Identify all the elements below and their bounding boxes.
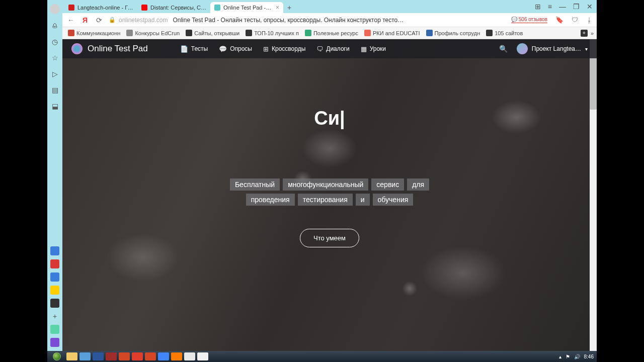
reload-button[interactable]: ⟳ <box>95 16 104 25</box>
nav-label: Диалоги <box>326 45 349 52</box>
profile-avatar[interactable] <box>50 4 60 14</box>
desktop: 🕭 ◷ ☆ ▷ ▤ ⬓ + Langteach-online - ГлавнаD… <box>47 0 597 362</box>
tab-2[interactable]: Online Test Pad - Онла× <box>210 2 283 13</box>
shield-icon[interactable]: 🛡 <box>572 16 578 24</box>
taskbar-clock[interactable]: 8:46 <box>584 354 594 359</box>
bookmark-label: 105 сайтов <box>495 30 523 36</box>
bookmarks-overflow-icon[interactable]: » <box>591 30 594 36</box>
bookmark-icon[interactable]: 🔖 <box>555 16 564 24</box>
download-panel-icon[interactable]: ⬓ <box>50 102 59 111</box>
subtitle-word: Бесплатный <box>230 178 280 191</box>
tab-title: Distant: Сервисы, Советы <box>150 5 206 11</box>
taskbar-app-0[interactable] <box>66 352 77 360</box>
sidebar-app-2[interactable] <box>50 273 59 282</box>
site-logo[interactable]: Online Test Pad <box>71 43 148 54</box>
sidebar-app-4[interactable] <box>50 299 59 308</box>
taskbar-app-10[interactable] <box>197 352 208 360</box>
sidebar-app-5[interactable] <box>50 325 59 334</box>
url-box[interactable]: 🔒 onlinetestpad.com <box>109 17 168 24</box>
taskbar-app-3[interactable] <box>106 352 117 360</box>
bookmark-6[interactable]: Профиль сотрудн <box>424 30 483 36</box>
url-domain: onlinetestpad.com <box>119 17 168 24</box>
tray-flag-icon[interactable]: ⚑ <box>566 354 570 359</box>
nav-icon: 🗨 <box>316 45 323 53</box>
browser-sidebar: 🕭 ◷ ☆ ▷ ▤ ⬓ + <box>47 0 62 351</box>
taskbar-app-7[interactable] <box>158 352 169 360</box>
taskbar: ▴ ⚑ 🔊 8:46 <box>47 351 597 362</box>
taskbar-app-5[interactable] <box>132 352 143 360</box>
bookmark-label: ТОП-10 лучших п <box>254 30 299 36</box>
menu-icon[interactable]: ≡ <box>548 3 552 11</box>
bookmark-0[interactable]: Коммуникационн <box>65 30 123 36</box>
close-icon[interactable]: × <box>276 4 279 11</box>
bookmark-1[interactable]: Конкурсы EdCrun <box>124 30 182 36</box>
minimize-button[interactable]: — <box>559 3 566 11</box>
tab-title: Langteach-online - Главна <box>77 5 133 11</box>
subtitle-word: обучения <box>373 194 414 206</box>
taskbar-app-9[interactable] <box>184 352 195 360</box>
back-button[interactable]: ← <box>66 16 75 25</box>
bookmark-2[interactable]: Сайты, открывши <box>183 30 242 36</box>
maximize-button[interactable]: ❐ <box>573 3 580 11</box>
nav-item-0[interactable]: 📄Тесты <box>180 45 208 53</box>
cta-button[interactable]: Что умеем <box>300 229 359 247</box>
favicon-icon <box>68 5 74 11</box>
sidebar-app-1[interactable] <box>50 259 59 268</box>
subtitle-word: сервис <box>371 178 404 191</box>
reviews-badge[interactable]: 💬 506 отзывов <box>511 17 547 23</box>
nav-item-4[interactable]: ▦Уроки <box>361 45 386 53</box>
yandex-button[interactable]: Я <box>80 16 90 25</box>
tab-bar: Langteach-online - ГлавнаDistant: Сервис… <box>62 0 597 13</box>
nav-item-2[interactable]: ⊞Кроссворды <box>263 45 305 53</box>
taskbar-app-2[interactable] <box>93 352 104 360</box>
sidebar-app-0[interactable] <box>50 246 59 255</box>
sidebar-add-icon[interactable]: + <box>50 312 59 321</box>
bookmark-favicon-icon <box>68 30 74 36</box>
tray-chevron-icon[interactable]: ▴ <box>559 354 561 359</box>
nav-label: Тесты <box>191 45 208 52</box>
nav-label: Опросы <box>230 45 252 52</box>
close-window-button[interactable]: ✕ <box>587 3 593 11</box>
clock-icon[interactable]: ◷ <box>50 37 59 46</box>
bookmark-label: Сайты, открывши <box>194 30 239 36</box>
bookmark-favicon-icon <box>426 30 433 36</box>
bookmark-7[interactable]: 105 сайтов <box>484 30 525 36</box>
extensions-icon[interactable]: ⊞ <box>535 3 541 11</box>
play-icon[interactable]: ▷ <box>50 69 59 78</box>
reviews-count: 506 отзывов <box>519 17 547 22</box>
sidebar-app-6[interactable] <box>50 338 59 347</box>
new-tab-button[interactable]: + <box>283 2 295 13</box>
subtitle-word: проведения <box>246 194 295 206</box>
bookmark-favicon-icon <box>186 30 192 36</box>
bookmark-3[interactable]: ТОП-10 лучших п <box>243 30 301 36</box>
add-bookmark-icon[interactable]: + <box>581 30 588 37</box>
tab-0[interactable]: Langteach-online - Главна <box>64 2 137 13</box>
taskbar-app-6[interactable] <box>145 352 156 360</box>
user-menu[interactable]: Проект Langtea… ▾ <box>517 43 588 54</box>
bookmark-4[interactable]: Полезные ресурс <box>302 30 361 36</box>
favicon-icon <box>141 5 147 11</box>
nav-item-3[interactable]: 🗨Диалоги <box>316 45 349 53</box>
hero-subtitle: Бесплатныймногофункциональныйсервисдляпр… <box>224 178 435 206</box>
search-icon[interactable]: 🔍 <box>499 45 508 53</box>
nav-item-1[interactable]: 💬Опросы <box>219 45 252 53</box>
nav-icon: ▦ <box>361 45 367 53</box>
download-icon[interactable]: ⭳ <box>586 16 593 24</box>
tray-volume-icon[interactable]: 🔊 <box>574 354 580 359</box>
bookmark-5[interactable]: РКИ and EDUCATI <box>362 30 423 36</box>
taskbar-app-1[interactable] <box>79 352 91 360</box>
sidebar-app-3[interactable] <box>50 286 59 295</box>
bell-icon[interactable]: 🕭 <box>50 21 59 30</box>
subtitle-word: и <box>356 194 370 206</box>
star-icon[interactable]: ☆ <box>50 53 59 62</box>
start-button[interactable] <box>50 352 63 361</box>
feed-icon[interactable]: ▤ <box>50 85 59 95</box>
taskbar-app-8[interactable] <box>171 352 182 360</box>
tab-1[interactable]: Distant: Сервисы, Советы <box>137 2 210 13</box>
site-nav: Online Test Pad 📄Тесты💬Опросы⊞Кроссворды… <box>62 39 597 58</box>
chevron-down-icon: ▾ <box>585 46 588 52</box>
bookmark-label: РКИ and EDUCATI <box>373 30 420 36</box>
bookmark-favicon-icon <box>486 30 493 36</box>
bookmark-favicon-icon <box>364 30 371 36</box>
taskbar-app-4[interactable] <box>119 352 130 360</box>
